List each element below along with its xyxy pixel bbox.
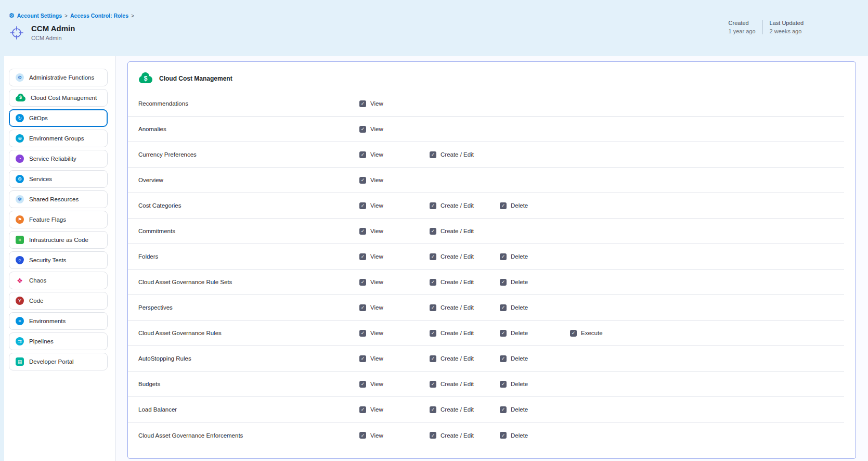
create-checkbox[interactable]: ✓ — [430, 330, 436, 337]
view-checkbox[interactable]: ✓ — [359, 432, 366, 439]
sidebar-item-label: Services — [29, 176, 52, 182]
view-checkbox[interactable]: ✓ — [359, 304, 366, 311]
view-checkbox[interactable]: ✓ — [359, 126, 366, 133]
permission-cell-create: ✓Create / Edit — [430, 253, 500, 260]
service-reliability-icon: ◔ — [16, 155, 24, 163]
permission-row-autostopping-rules: AutoStopping Rules✓View✓Create / Edit✓De… — [128, 346, 844, 372]
execute-checkbox[interactable]: ✓ — [570, 330, 577, 337]
permission-cell-delete: ✓Delete — [500, 406, 570, 413]
permission-label: Create / Edit — [441, 202, 474, 209]
breadcrumb-account-settings[interactable]: Account Settings — [17, 12, 62, 19]
view-checkbox[interactable]: ✓ — [359, 330, 366, 337]
resource-name: Cost Categories — [128, 202, 359, 209]
permission-row-currency-preferences: Currency Preferences✓View✓Create / Edit — [128, 142, 844, 168]
resource-name: Budgets — [128, 381, 359, 387]
last-updated-label: Last Updated — [770, 20, 804, 26]
permission-cell-view: ✓View — [359, 279, 430, 286]
view-checkbox[interactable]: ✓ — [359, 406, 366, 413]
delete-checkbox[interactable]: ✓ — [500, 279, 507, 286]
create-checkbox[interactable]: ✓ — [430, 253, 436, 260]
sidebar-item-shared-resources[interactable]: ✻Shared Resources — [9, 190, 108, 208]
sidebar-item-environment-groups[interactable]: ⊚Environment Groups — [9, 130, 108, 147]
services-icon: ⚙ — [16, 175, 24, 183]
view-checkbox[interactable]: ✓ — [359, 202, 366, 209]
view-checkbox[interactable]: ✓ — [359, 177, 366, 184]
delete-checkbox[interactable]: ✓ — [500, 202, 507, 209]
create-checkbox[interactable]: ✓ — [430, 279, 436, 286]
view-checkbox[interactable]: ✓ — [359, 151, 366, 158]
view-checkbox[interactable]: ✓ — [359, 381, 366, 388]
main-area: $ Cloud Cost Management Recommendations✓… — [115, 56, 868, 461]
resource-name: Perspectives — [128, 304, 359, 311]
create-checkbox[interactable]: ✓ — [430, 355, 436, 362]
sidebar-item-developer-portal[interactable]: ▤Developer Portal — [9, 353, 108, 370]
page-title: CCM Admin — [31, 24, 75, 33]
permission-cell-delete: ✓Delete — [500, 432, 570, 439]
last-updated-value: 2 weeks ago — [770, 28, 804, 34]
delete-checkbox[interactable]: ✓ — [500, 253, 507, 260]
permission-cell-create: ✓Create / Edit — [430, 381, 500, 388]
feature-flags-icon: ⚑ — [16, 215, 24, 224]
sidebar-item-label: Pipelines — [29, 338, 54, 344]
permission-label: Execute — [581, 330, 603, 336]
permission-label: Delete — [511, 355, 528, 362]
sidebar-item-infrastructure-as-code[interactable]: ⌗Infrastructure as Code — [9, 231, 108, 249]
resource-name: Recommendations — [128, 100, 359, 107]
sidebar-item-gitops[interactable]: ↻GitOps — [9, 109, 108, 127]
create-checkbox[interactable]: ✓ — [430, 202, 436, 209]
view-checkbox[interactable]: ✓ — [359, 253, 366, 260]
permission-row-cloud-asset-governance-enforcements: Cloud Asset Governance Enforcements✓View… — [128, 422, 844, 448]
cloud-cost-management-icon: $ — [139, 76, 152, 83]
create-checkbox[interactable]: ✓ — [430, 304, 436, 311]
sidebar-item-pipelines[interactable]: ⇉Pipelines — [9, 332, 108, 350]
administrative-functions-icon: ⚙ — [16, 73, 24, 82]
create-checkbox[interactable]: ✓ — [430, 381, 436, 388]
pipelines-icon: ⇉ — [16, 337, 24, 345]
permission-cell-view: ✓View — [359, 330, 430, 337]
resource-name: Cloud Asset Governance Rules — [128, 330, 359, 336]
delete-checkbox[interactable]: ✓ — [500, 355, 507, 362]
view-checkbox[interactable]: ✓ — [359, 279, 366, 286]
sidebar-item-feature-flags[interactable]: ⚑Feature Flags — [9, 211, 108, 228]
resource-name: Anomalies — [128, 126, 359, 132]
delete-checkbox[interactable]: ✓ — [500, 406, 507, 413]
sidebar-item-cloud-cost-management[interactable]: $Cloud Cost Management — [9, 89, 108, 107]
permission-label: Create / Edit — [441, 330, 474, 336]
view-checkbox[interactable]: ✓ — [359, 100, 366, 107]
permission-cell-create: ✓Create / Edit — [430, 228, 500, 235]
permission-label: View — [370, 100, 383, 107]
permission-label: View — [370, 304, 383, 311]
permission-cell-delete: ✓Delete — [500, 253, 570, 260]
sidebar-item-administrative-functions[interactable]: ⚙Administrative Functions — [9, 69, 108, 86]
sidebar-item-security-tests[interactable]: ○Security Tests — [9, 251, 108, 269]
permission-label: View — [370, 381, 383, 387]
create-checkbox[interactable]: ✓ — [430, 151, 436, 158]
sidebar-item-services[interactable]: ⚙Services — [9, 170, 108, 188]
permission-cell-view: ✓View — [359, 304, 430, 311]
create-checkbox[interactable]: ✓ — [430, 406, 436, 413]
gitops-icon: ↻ — [16, 114, 24, 122]
permission-label: View — [370, 279, 383, 285]
breadcrumb-access-control-roles[interactable]: Access Control: Roles — [70, 12, 128, 19]
create-checkbox[interactable]: ✓ — [430, 228, 436, 235]
delete-checkbox[interactable]: ✓ — [500, 304, 507, 311]
delete-checkbox[interactable]: ✓ — [500, 330, 507, 337]
permission-cell-view: ✓View — [359, 177, 430, 184]
permission-cell-view: ✓View — [359, 126, 430, 133]
sidebar-item-code[interactable]: YCode — [9, 292, 108, 310]
sidebar-item-chaos[interactable]: ❖Chaos — [9, 272, 108, 289]
permission-cell-delete: ✓Delete — [500, 330, 570, 337]
view-checkbox[interactable]: ✓ — [359, 355, 366, 362]
create-checkbox[interactable]: ✓ — [430, 432, 436, 439]
sidebar-item-service-reliability[interactable]: ◔Service Reliability — [9, 150, 108, 168]
sidebar-item-environments[interactable]: ≡Environments — [9, 312, 108, 330]
permission-label: Delete — [511, 381, 528, 387]
sidebar-item-label: Infrastructure as Code — [29, 237, 88, 243]
permission-label: Create / Edit — [441, 151, 474, 158]
sidebar-item-label: Shared Resources — [29, 196, 79, 202]
permission-cell-view: ✓View — [359, 432, 430, 439]
view-checkbox[interactable]: ✓ — [359, 228, 366, 235]
delete-checkbox[interactable]: ✓ — [500, 432, 507, 439]
page-subtitle: CCM Admin — [31, 35, 75, 41]
delete-checkbox[interactable]: ✓ — [500, 381, 507, 388]
